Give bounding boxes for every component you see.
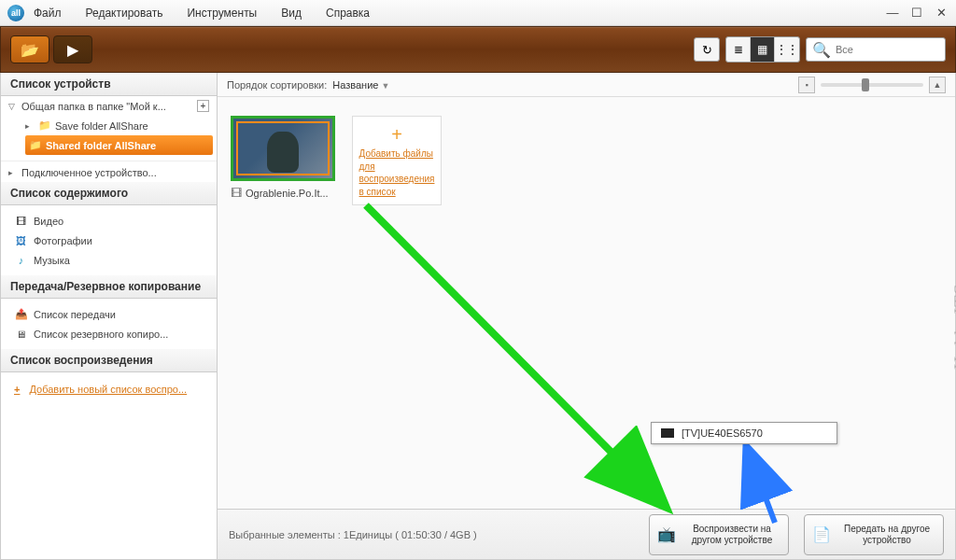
chevron-right-icon: ▸ xyxy=(8,168,18,177)
zoom-controls: ▪ ▲ xyxy=(798,77,946,93)
refresh-button[interactable]: ↻ xyxy=(694,37,720,62)
devices-header: Список устройств xyxy=(1,73,217,96)
search-box[interactable]: 🔍 xyxy=(806,37,946,62)
connected-device-label: Подключенное устройство... xyxy=(21,167,157,178)
backup-list-label: Список резервного копиро... xyxy=(34,329,168,340)
playlist-header: Список воспроизведения xyxy=(1,349,217,372)
title-bar: all Файл Редактировать Инструменты Вид С… xyxy=(0,0,956,26)
save-folder-item[interactable]: ▸ 📁 Save folder AllShare xyxy=(21,116,217,135)
view-mode-group: ≣ ▦ ⋮⋮ xyxy=(725,36,800,63)
content-music[interactable]: ♪Музыка xyxy=(1,250,217,270)
zoom-thumb[interactable] xyxy=(862,78,869,91)
view-tiles-button[interactable]: ⋮⋮ xyxy=(775,37,799,62)
thumbnail-filename: Ograblenie.Po.It... xyxy=(246,188,329,199)
sort-value: Название xyxy=(332,79,378,91)
toolbar: 📂 ▶ ↻ ≣ ▦ ⋮⋮ 🔍 xyxy=(0,26,956,73)
status-bar: Выбранные элементы : 1Единицы ( 01:50:30… xyxy=(218,509,955,559)
menu-file[interactable]: Файл xyxy=(34,7,62,20)
backup-icon: 🖥 xyxy=(14,327,28,341)
sort-label: Порядок сортировки: xyxy=(227,79,327,91)
add-files-card[interactable]: + Добавить файлы для воспроизведения в с… xyxy=(352,116,442,205)
add-playlist-link[interactable]: +Добавить новый список воспро... xyxy=(1,378,217,400)
play-button-label: Воспроизвести на другом устройстве xyxy=(683,524,780,546)
folder-icon: 📁 xyxy=(29,139,42,151)
chevron-down-icon: ▽ xyxy=(8,102,18,111)
thumbnail-image xyxy=(231,116,335,181)
add-folder-button[interactable]: + xyxy=(197,100,209,112)
transfer-header: Передача/Резервное копирование xyxy=(1,275,217,299)
photo-icon: 🖼 xyxy=(14,233,28,247)
video-icon: 🎞 xyxy=(14,214,28,228)
shared-folder-root[interactable]: ▽ Общая папка в папке "Мой к... + xyxy=(1,96,217,116)
add-files-label: Добавить файлы для воспроизведения в спи… xyxy=(359,147,435,198)
window-controls: — ☐ ✕ xyxy=(885,6,949,20)
sort-bar: Порядок сортировки: Название ▼ ▪ ▲ xyxy=(218,73,955,97)
device-tooltip[interactable]: [TV]UE40ES6570 xyxy=(651,422,837,444)
menu-edit[interactable]: Редактировать xyxy=(86,7,163,20)
folder-mode-button[interactable]: 📂 xyxy=(10,35,49,63)
sidebar: Список устройств ▽ Общая папка в папке "… xyxy=(1,73,218,559)
thumbnails-area: 🎞Ograblenie.Po.It... + Добавить файлы дл… xyxy=(218,97,955,509)
transfer-list-item[interactable]: 📤Список передачи xyxy=(1,304,217,324)
content-photo[interactable]: 🖼Фотографии xyxy=(1,231,217,250)
shared-folder-item[interactable]: 📁 Shared folder AllShare xyxy=(25,135,213,155)
transfer-icon: 📤 xyxy=(14,307,28,321)
zoom-out-icon[interactable]: ▪ xyxy=(798,77,815,93)
minimize-button[interactable]: — xyxy=(885,6,900,20)
watermark: HobbyITS.com xyxy=(950,243,956,370)
device-tooltip-label: [TV]UE40ES6570 xyxy=(682,427,763,439)
menu-help[interactable]: Справка xyxy=(326,7,370,20)
save-folder-label: Save folder AllShare xyxy=(55,120,148,132)
chevron-right-icon: ▸ xyxy=(25,121,35,131)
status-text: Выбранные элементы : 1Единицы ( 01:50:30… xyxy=(229,529,477,540)
tv-icon xyxy=(661,428,674,438)
close-button[interactable]: ✕ xyxy=(934,6,949,20)
backup-list-item[interactable]: 🖥Список резервного копиро... xyxy=(1,324,217,343)
view-list-button[interactable]: ≣ xyxy=(726,37,751,62)
app-icon: all xyxy=(7,5,24,21)
transfer-to-device-button[interactable]: 📄 Передать на другое устройство xyxy=(804,514,944,555)
sort-dropdown[interactable]: Название ▼ xyxy=(332,79,389,91)
plus-icon: + xyxy=(14,384,20,395)
plus-icon: + xyxy=(391,124,402,146)
add-playlist-label: Добавить новый список воспро... xyxy=(29,384,187,395)
chevron-down-icon: ▼ xyxy=(382,81,390,91)
content-video[interactable]: 🎞Видео xyxy=(1,211,217,231)
folder-icon: 📁 xyxy=(38,119,51,132)
film-icon: 🎞 xyxy=(231,187,242,200)
content-header: Список содержимого xyxy=(1,182,217,205)
play-on-device-button[interactable]: 📺 Воспроизвести на другом устройстве xyxy=(649,514,789,555)
view-grid-button[interactable]: ▦ xyxy=(751,37,775,62)
content-area: Порядок сортировки: Название ▼ ▪ ▲ 🎞Ogra… xyxy=(218,73,955,559)
cast-icon: 📺 xyxy=(657,525,676,543)
music-label: Музыка xyxy=(34,255,70,266)
zoom-slider[interactable] xyxy=(821,83,923,87)
send-icon: 📄 xyxy=(812,525,831,543)
play-mode-button[interactable]: ▶ xyxy=(53,35,92,63)
maximize-button[interactable]: ☐ xyxy=(909,6,924,20)
transfer-button-label: Передать на другое устройство xyxy=(838,524,935,546)
video-thumbnail[interactable]: 🎞Ograblenie.Po.It... xyxy=(231,116,335,200)
shared-folder-root-label: Общая папка в папке "Мой к... xyxy=(21,101,166,112)
transfer-list-label: Список передачи xyxy=(34,309,116,320)
menu-view[interactable]: Вид xyxy=(281,7,302,20)
search-input[interactable] xyxy=(836,44,939,55)
thumbnail-label: 🎞Ograblenie.Po.It... xyxy=(231,187,335,200)
connected-device-row[interactable]: ▸ Подключенное устройство... xyxy=(1,161,217,182)
zoom-in-icon[interactable]: ▲ xyxy=(929,77,946,93)
menu-tools[interactable]: Инструменты xyxy=(187,7,257,20)
photo-label: Фотографии xyxy=(34,235,92,246)
search-icon: 🔍 xyxy=(812,41,831,59)
video-label: Видео xyxy=(34,216,63,227)
music-icon: ♪ xyxy=(14,253,28,267)
shared-folder-label: Shared folder AllShare xyxy=(46,140,156,151)
